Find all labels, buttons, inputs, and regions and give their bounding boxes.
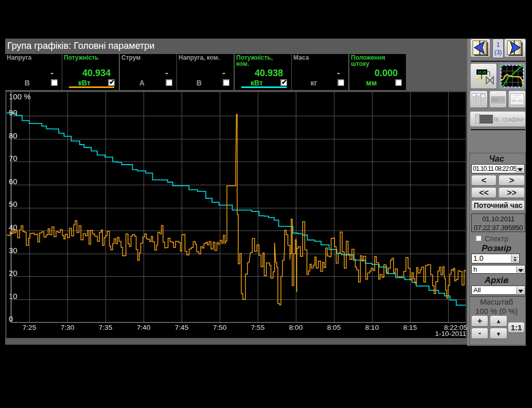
svg-text:10.95: 10.95: [478, 70, 487, 74]
svg-text:Зв. графіки: Зв. графіки: [492, 116, 524, 123]
